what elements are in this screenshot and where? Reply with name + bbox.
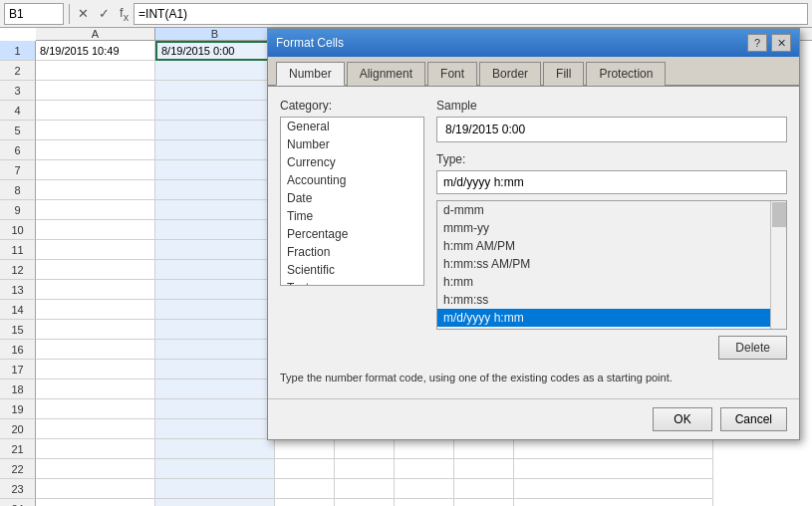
row-header-23[interactable]: 23 bbox=[0, 479, 36, 499]
delete-button[interactable]: Delete bbox=[718, 336, 787, 360]
row-header-20[interactable]: 20 bbox=[0, 419, 36, 439]
category-number[interactable]: Number bbox=[281, 135, 423, 153]
category-currency[interactable]: Currency bbox=[281, 153, 423, 171]
row-header-9[interactable]: 9 bbox=[0, 200, 36, 220]
format-list-scroll[interactable]: d-mmm mmm-yy h:mm AM/PM h:mm:ss AM/PM h:… bbox=[437, 201, 786, 330]
dialog-controls: ? ✕ bbox=[747, 34, 791, 52]
category-label: Category: bbox=[280, 99, 424, 113]
formula-icons: ✕ ✓ fx bbox=[75, 5, 132, 23]
category-percentage[interactable]: Percentage bbox=[281, 225, 423, 243]
table-row bbox=[36, 479, 812, 499]
sample-value: 8/19/2015 0:00 bbox=[445, 123, 525, 136]
tab-fill[interactable]: Fill bbox=[543, 62, 584, 86]
scrollbar-thumb[interactable] bbox=[772, 202, 786, 227]
row-header-21[interactable]: 21 bbox=[0, 439, 36, 459]
row-header-24[interactable]: 24 bbox=[0, 499, 36, 506]
insert-function-icon[interactable]: fx bbox=[117, 5, 132, 23]
dialog-tabs: Number Alignment Font Border Fill Protec… bbox=[268, 57, 799, 87]
format-item-mdyyyy-hmm[interactable]: m/d/yyyy h:mm bbox=[437, 309, 770, 327]
type-label: Type: bbox=[436, 152, 787, 166]
row-header-17[interactable]: 17 bbox=[0, 360, 36, 380]
format-item-d-mmm[interactable]: d-mmm bbox=[437, 201, 770, 219]
row-header-22[interactable]: 22 bbox=[0, 459, 36, 479]
format-item-mmss[interactable]: mm:ss bbox=[437, 327, 770, 330]
category-date[interactable]: Date bbox=[281, 189, 423, 207]
cell-ref-text: B1 bbox=[9, 7, 24, 21]
tab-number[interactable]: Number bbox=[276, 62, 345, 86]
cancel-formula-icon[interactable]: ✕ bbox=[75, 6, 92, 21]
col-header-a[interactable]: A bbox=[36, 28, 155, 40]
dialog-titlebar: Format Cells ? ✕ bbox=[268, 29, 799, 57]
cancel-button[interactable]: Cancel bbox=[720, 407, 787, 431]
table-row bbox=[36, 439, 812, 459]
row-header-8[interactable]: 8 bbox=[0, 180, 36, 200]
row-header-16[interactable]: 16 bbox=[0, 340, 36, 360]
dialog-content: Category: General Number Currency Accoun… bbox=[268, 87, 799, 398]
scrollbar-track[interactable] bbox=[770, 201, 786, 329]
delete-btn-area: Delete bbox=[436, 336, 787, 360]
category-section: Category: General Number Currency Accoun… bbox=[280, 99, 424, 360]
sample-box: 8/19/2015 0:00 bbox=[436, 117, 787, 142]
sample-section: Sample 8/19/2015 0:00 bbox=[436, 99, 787, 142]
format-item-mmm-yy[interactable]: mmm-yy bbox=[437, 219, 770, 237]
row-header-15[interactable]: 15 bbox=[0, 320, 36, 340]
row-header-6[interactable]: 6 bbox=[0, 140, 36, 160]
category-general[interactable]: General bbox=[281, 118, 423, 135]
format-item-hmm[interactable]: h:mm bbox=[437, 273, 770, 291]
row-header-4[interactable]: 4 bbox=[0, 101, 36, 121]
row-header-18[interactable]: 18 bbox=[0, 380, 36, 399]
cell-a1[interactable]: 8/19/2015 10:49 bbox=[36, 41, 155, 61]
category-accounting[interactable]: Accounting bbox=[281, 171, 423, 189]
hint-text: Type the number format code, using one o… bbox=[280, 370, 787, 386]
tab-protection[interactable]: Protection bbox=[586, 62, 666, 86]
row-header-11[interactable]: 11 bbox=[0, 240, 36, 260]
row-header-1[interactable]: 1 bbox=[0, 41, 36, 61]
ok-button[interactable]: OK bbox=[653, 407, 711, 431]
dialog-footer: OK Cancel bbox=[268, 398, 799, 439]
cell-b1[interactable]: 8/19/2015 0:00 bbox=[155, 41, 275, 61]
dialog-help-button[interactable]: ? bbox=[747, 34, 767, 52]
row-header-5[interactable]: 5 bbox=[0, 121, 36, 140]
row-headers: 1 2 3 4 5 6 7 8 9 10 11 12 13 14 15 16 1… bbox=[0, 41, 36, 506]
col-header-b[interactable]: B bbox=[155, 28, 275, 40]
formula-bar: B1 ✕ ✓ fx bbox=[0, 0, 812, 28]
row-header-13[interactable]: 13 bbox=[0, 280, 36, 300]
sample-label: Sample bbox=[436, 99, 787, 113]
right-section: Sample 8/19/2015 0:00 Type: d-mmm mmm-yy… bbox=[436, 99, 787, 360]
category-fraction[interactable]: Fraction bbox=[281, 243, 423, 261]
table-row bbox=[36, 459, 812, 479]
format-list-container: d-mmm mmm-yy h:mm AM/PM h:mm:ss AM/PM h:… bbox=[436, 200, 787, 330]
row-header-7[interactable]: 7 bbox=[0, 160, 36, 180]
row-header-19[interactable]: 19 bbox=[0, 399, 36, 419]
category-scientific[interactable]: Scientific bbox=[281, 261, 423, 279]
row-header-3[interactable]: 3 bbox=[0, 81, 36, 101]
tab-alignment[interactable]: Alignment bbox=[347, 62, 425, 86]
tab-border[interactable]: Border bbox=[479, 62, 541, 86]
row-header-14[interactable]: 14 bbox=[0, 300, 36, 320]
category-list[interactable]: General Number Currency Accounting Date … bbox=[280, 117, 424, 286]
dialog-two-col: Category: General Number Currency Accoun… bbox=[280, 99, 787, 360]
type-input[interactable] bbox=[436, 170, 787, 194]
tab-font[interactable]: Font bbox=[427, 62, 477, 86]
confirm-formula-icon[interactable]: ✓ bbox=[96, 6, 113, 21]
category-text[interactable]: Text bbox=[281, 279, 423, 286]
row-header-10[interactable]: 10 bbox=[0, 220, 36, 240]
row-header-12[interactable]: 12 bbox=[0, 260, 36, 280]
row-header-2[interactable]: 2 bbox=[0, 61, 36, 81]
format-cells-dialog: Format Cells ? ✕ Number Alignment Font B… bbox=[267, 28, 800, 440]
cell-reference-box[interactable]: B1 bbox=[4, 3, 64, 25]
format-item-hmmss[interactable]: h:mm:ss bbox=[437, 291, 770, 309]
table-row bbox=[36, 499, 812, 506]
formula-input[interactable] bbox=[134, 3, 808, 25]
format-item-hmm-ampm[interactable]: h:mm AM/PM bbox=[437, 237, 770, 255]
dialog-close-button[interactable]: ✕ bbox=[771, 34, 791, 52]
format-item-hmmss-ampm[interactable]: h:mm:ss AM/PM bbox=[437, 255, 770, 273]
category-time[interactable]: Time bbox=[281, 207, 423, 225]
dialog-title: Format Cells bbox=[276, 36, 344, 50]
formula-bar-divider bbox=[69, 4, 70, 24]
